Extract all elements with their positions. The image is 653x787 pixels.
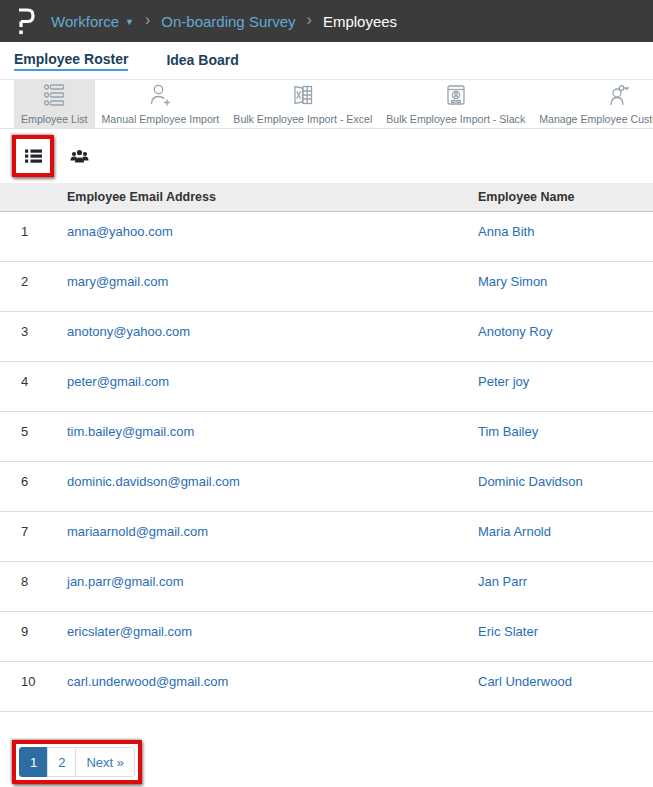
- employee-name-link[interactable]: Eric Slater: [478, 611, 653, 661]
- breadcrumb-current-page: Employees: [323, 13, 397, 30]
- table-row: 6 dominic.davidson@gmail.com Dominic Dav…: [0, 461, 653, 511]
- employee-name-link[interactable]: Anotony Roy: [478, 311, 653, 361]
- annotation-box-list-view: [12, 135, 54, 177]
- employee-list-icon: [42, 83, 66, 111]
- employee-list-button[interactable]: Employee List: [14, 80, 95, 128]
- header-email: Employee Email Address: [67, 183, 478, 211]
- tab-employee-roster[interactable]: Employee Roster: [14, 51, 128, 71]
- employee-email-link[interactable]: dominic.davidson@gmail.com: [67, 461, 478, 511]
- custom-fields-icon: [607, 83, 631, 111]
- row-number: 3: [0, 311, 67, 361]
- employee-email-link[interactable]: anotony@yahoo.com: [67, 311, 478, 361]
- table-row: 1 anna@yahoo.com Anna Bith: [0, 211, 653, 261]
- page-1-button[interactable]: 1: [19, 747, 48, 777]
- row-number: 5: [0, 411, 67, 461]
- employee-email-link[interactable]: mariaarnold@gmail.com: [67, 511, 478, 561]
- row-number: 4: [0, 361, 67, 411]
- employee-name-link[interactable]: Mary Simon: [478, 261, 653, 311]
- table-header-row: Employee Email Address Employee Name: [0, 183, 653, 211]
- employee-email-link[interactable]: ericslater@gmail.com: [67, 611, 478, 661]
- row-number: 8: [0, 561, 67, 611]
- table-row: 4 peter@gmail.com Peter joy: [0, 361, 653, 411]
- table-row: 9 ericslater@gmail.com Eric Slater: [0, 611, 653, 661]
- row-number: 2: [0, 261, 67, 311]
- employee-name-link[interactable]: Carl Underwood: [478, 661, 653, 711]
- tool-label: Employee List: [21, 113, 88, 125]
- breadcrumb-survey-link[interactable]: On-boarding Survey: [161, 13, 295, 30]
- employee-name-link[interactable]: Dominic Davidson: [478, 461, 653, 511]
- employee-email-link[interactable]: carl.underwood@gmail.com: [67, 661, 478, 711]
- employee-email-link[interactable]: anna@yahoo.com: [67, 211, 478, 261]
- person-add-icon: [148, 83, 172, 111]
- proprofs-logo-icon[interactable]: [14, 6, 35, 36]
- table-row: 3 anotony@yahoo.com Anotony Roy: [0, 311, 653, 361]
- employee-email-link[interactable]: tim.bailey@gmail.com: [67, 411, 478, 461]
- tool-label: Manage Employee Custom Fields: [539, 113, 653, 125]
- table-row: 8 jan.parr@gmail.com Jan Parr: [0, 561, 653, 611]
- tool-label: Manual Employee Import: [102, 113, 220, 125]
- pager-group: 1 2 Next »: [19, 747, 135, 777]
- manual-employee-import-button[interactable]: Manual Employee Import: [95, 80, 227, 128]
- employee-name-link[interactable]: Anna Bith: [478, 211, 653, 261]
- workspace-dropdown[interactable]: Workforce: [51, 13, 119, 30]
- employee-email-link[interactable]: jan.parr@gmail.com: [67, 561, 478, 611]
- next-page-button[interactable]: Next »: [75, 747, 135, 777]
- group-view-icon[interactable]: [62, 139, 96, 173]
- table-row: 5 tim.bailey@gmail.com Tim Bailey: [0, 411, 653, 461]
- breadcrumb-separator: ›: [307, 11, 312, 29]
- employee-toolbar: Employee List Manual Employee Import Bul…: [0, 80, 653, 129]
- tool-label: Bulk Employee Import - Excel: [233, 113, 372, 125]
- tool-label: Bulk Employee Import - Slack: [386, 113, 525, 125]
- employee-name-link[interactable]: Peter joy: [478, 361, 653, 411]
- header-row-number: [0, 183, 67, 211]
- row-number: 9: [0, 611, 67, 661]
- breadcrumb-separator: ›: [145, 11, 150, 29]
- list-view-icon[interactable]: [16, 139, 50, 173]
- tab-bar: Employee Roster Idea Board: [0, 42, 653, 80]
- page-2-button[interactable]: 2: [47, 747, 76, 777]
- header-name: Employee Name: [478, 183, 653, 211]
- employee-name-link[interactable]: Tim Bailey: [478, 411, 653, 461]
- excel-import-icon: [291, 83, 315, 111]
- employee-name-link[interactable]: Jan Parr: [478, 561, 653, 611]
- bulk-employee-import-slack-button[interactable]: Bulk Employee Import - Slack: [379, 80, 532, 128]
- employee-email-link[interactable]: peter@gmail.com: [67, 361, 478, 411]
- row-number: 7: [0, 511, 67, 561]
- employee-table: Employee Email Address Employee Name 1 a…: [0, 183, 653, 712]
- chevron-down-icon[interactable]: ▼: [125, 17, 134, 27]
- breadcrumb: Workforce ▼ › On-boarding Survey › Emplo…: [51, 12, 397, 30]
- annotation-box-pagination: 1 2 Next »: [12, 740, 142, 784]
- bulk-employee-import-excel-button[interactable]: Bulk Employee Import - Excel: [226, 80, 379, 128]
- employee-name-link[interactable]: Maria Arnold: [478, 511, 653, 561]
- manage-employee-custom-fields-button[interactable]: Manage Employee Custom Fields: [532, 80, 653, 128]
- table-row: 10 carl.underwood@gmail.com Carl Underwo…: [0, 661, 653, 711]
- employee-email-link[interactable]: mary@gmail.com: [67, 261, 478, 311]
- row-number: 10: [0, 661, 67, 711]
- table-row: 7 mariaarnold@gmail.com Maria Arnold: [0, 511, 653, 561]
- row-number: 1: [0, 211, 67, 261]
- topbar: Workforce ▼ › On-boarding Survey › Emplo…: [0, 0, 653, 42]
- view-switcher: [0, 129, 653, 183]
- table-row: 2 mary@gmail.com Mary Simon: [0, 261, 653, 311]
- row-number: 6: [0, 461, 67, 511]
- slack-import-icon: [444, 83, 468, 111]
- tab-idea-board[interactable]: Idea Board: [166, 52, 238, 70]
- pagination: 1 2 Next »: [12, 740, 142, 784]
